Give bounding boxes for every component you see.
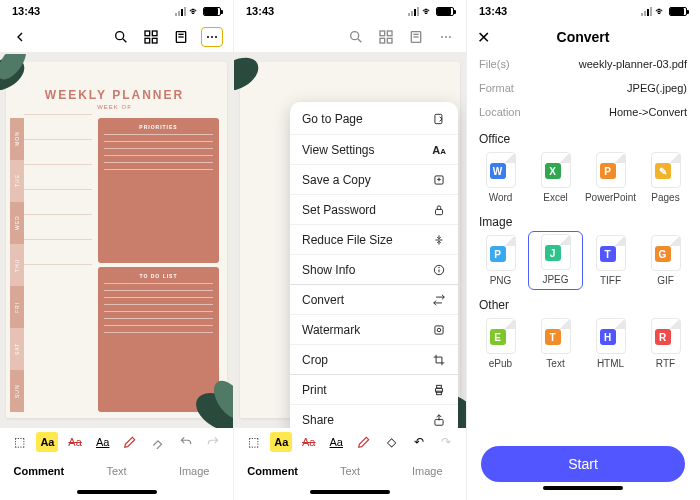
menu-save-copy[interactable]: Save a Copy xyxy=(290,164,458,194)
svg-rect-19 xyxy=(387,31,392,36)
menu-convert[interactable]: Convert xyxy=(290,284,458,314)
svg-rect-47 xyxy=(437,391,442,395)
svg-line-17 xyxy=(358,39,361,42)
svg-rect-2 xyxy=(145,31,150,36)
svg-point-28 xyxy=(234,54,264,97)
section-office: Office xyxy=(467,124,699,148)
format-tiff[interactable]: TTIFF xyxy=(583,231,638,290)
document-viewport[interactable]: WEEKLY PLANNER WEEK OF MONTUEWEDTHUFRISA… xyxy=(0,52,233,428)
section-image: Image xyxy=(467,207,699,231)
redo-tool[interactable] xyxy=(202,432,224,452)
format-gif[interactable]: GGIF xyxy=(638,231,693,290)
more-icon[interactable] xyxy=(436,27,456,47)
menu-reduce-size[interactable]: Reduce File Size xyxy=(290,224,458,254)
thumbnail-icon[interactable] xyxy=(376,27,396,47)
svg-point-25 xyxy=(441,36,443,38)
tab-image[interactable]: Image xyxy=(389,456,466,486)
highlight-tool[interactable]: Aa xyxy=(270,432,292,452)
svg-rect-18 xyxy=(380,31,385,36)
format-epub[interactable]: EePub xyxy=(473,314,528,373)
svg-rect-20 xyxy=(380,38,385,43)
home-indicator xyxy=(543,486,623,490)
format-png[interactable]: PPNG xyxy=(473,231,528,290)
convert-title: Convert xyxy=(557,29,610,45)
menu-crop[interactable]: Crop xyxy=(290,344,458,374)
underline-tool[interactable]: Aa xyxy=(92,432,114,452)
menu-view-settings[interactable]: View SettingsAA xyxy=(290,134,458,164)
select-tool[interactable]: ⬚ xyxy=(243,432,265,452)
home-indicator xyxy=(77,490,157,494)
svg-rect-46 xyxy=(437,385,442,388)
tab-text[interactable]: Text xyxy=(311,456,388,486)
svg-point-40 xyxy=(439,267,440,268)
overflow-menu: Go to Page View SettingsAA Save a Copy S… xyxy=(290,102,458,428)
format-row[interactable]: FormatJPEG(.jpeg) xyxy=(467,76,699,100)
status-indicators: ᯤ xyxy=(175,5,221,17)
menu-set-password[interactable]: Set Password xyxy=(290,194,458,224)
close-icon[interactable]: ✕ xyxy=(477,28,490,47)
menu-watermark[interactable]: Watermark xyxy=(290,314,458,344)
document-viewport[interactable]: Go to Page View SettingsAA Save a Copy S… xyxy=(234,52,466,428)
format-html[interactable]: HHTML xyxy=(583,314,638,373)
tab-comment[interactable]: Comment xyxy=(234,456,311,486)
svg-rect-34 xyxy=(436,209,443,214)
svg-point-26 xyxy=(445,36,447,38)
pen-tool[interactable] xyxy=(119,432,141,452)
svg-point-27 xyxy=(449,36,451,38)
status-indicators: ᯤ xyxy=(641,5,687,17)
search-icon[interactable] xyxy=(111,27,131,47)
format-rtf[interactable]: RRTF xyxy=(638,314,693,373)
format-jpeg[interactable]: JJPEG xyxy=(528,231,583,290)
status-time: 13:43 xyxy=(12,5,40,17)
undo-tool[interactable] xyxy=(175,432,197,452)
select-tool[interactable]: ⬚ xyxy=(9,432,31,452)
svg-point-10 xyxy=(211,36,213,38)
svg-rect-4 xyxy=(145,38,150,43)
format-word[interactable]: WWord xyxy=(473,148,528,207)
tab-comment[interactable]: Comment xyxy=(0,456,78,486)
pen-tool[interactable] xyxy=(353,432,375,452)
menu-share[interactable]: Share xyxy=(290,404,458,428)
underline-tool[interactable]: Aa xyxy=(325,432,347,452)
svg-rect-21 xyxy=(387,38,392,43)
svg-point-0 xyxy=(116,32,124,40)
location-row[interactable]: LocationHome->Convert xyxy=(467,100,699,124)
svg-point-9 xyxy=(207,36,209,38)
format-powerpoint[interactable]: PPowerPoint xyxy=(583,148,638,207)
thumbnail-icon[interactable] xyxy=(141,27,161,47)
eraser-tool[interactable]: ◇ xyxy=(380,432,402,452)
eraser-tool[interactable] xyxy=(147,432,169,452)
undo-tool[interactable]: ↶ xyxy=(408,432,430,452)
status-indicators: ᯤ xyxy=(408,5,454,17)
tab-text[interactable]: Text xyxy=(78,456,156,486)
reader-icon[interactable] xyxy=(406,27,426,47)
more-icon[interactable] xyxy=(201,27,223,47)
format-pages[interactable]: ✎Pages xyxy=(638,148,693,207)
svg-point-16 xyxy=(351,32,359,40)
redo-tool[interactable]: ↷ xyxy=(435,432,457,452)
svg-line-1 xyxy=(123,39,126,42)
day-labels: MONTUEWEDTHUFRISATSUN xyxy=(10,118,24,412)
search-icon[interactable] xyxy=(346,27,366,47)
menu-show-info[interactable]: Show Info xyxy=(290,254,458,284)
tab-image[interactable]: Image xyxy=(155,456,233,486)
format-text[interactable]: TText xyxy=(528,314,583,373)
menu-go-to-page[interactable]: Go to Page xyxy=(290,104,458,134)
strikethrough-tool[interactable]: Aa xyxy=(298,432,320,452)
status-time: 13:43 xyxy=(246,5,274,17)
svg-point-44 xyxy=(437,328,441,332)
svg-rect-3 xyxy=(152,31,157,36)
format-excel[interactable]: XExcel xyxy=(528,148,583,207)
section-other: Other xyxy=(467,290,699,314)
menu-print[interactable]: Print xyxy=(290,374,458,404)
highlight-tool[interactable]: Aa xyxy=(36,432,58,452)
svg-rect-5 xyxy=(152,38,157,43)
files-row[interactable]: File(s)weekly-planner-03.pdf xyxy=(467,52,699,76)
start-button[interactable]: Start xyxy=(481,446,685,482)
home-indicator xyxy=(310,490,390,494)
back-icon[interactable] xyxy=(10,27,30,47)
svg-rect-43 xyxy=(435,325,443,333)
strikethrough-tool[interactable]: Aa xyxy=(64,432,86,452)
svg-point-11 xyxy=(215,36,217,38)
reader-icon[interactable] xyxy=(171,27,191,47)
